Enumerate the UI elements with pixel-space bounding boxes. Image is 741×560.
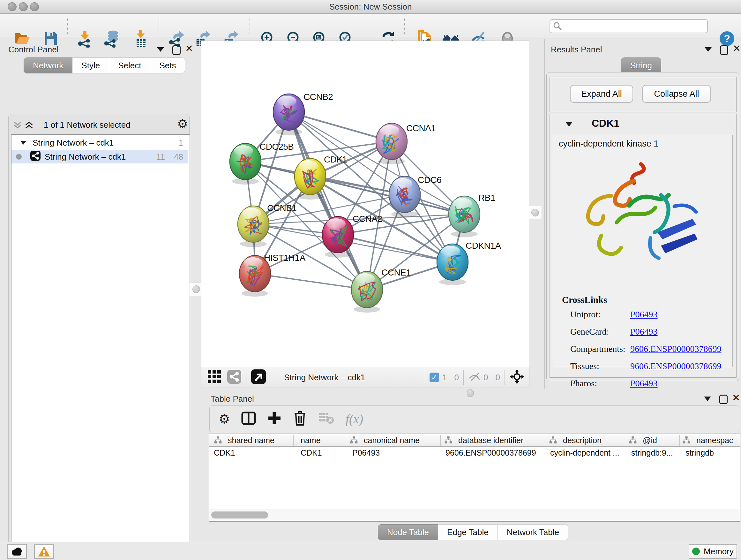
- table-cell[interactable]: CDK1: [300, 448, 322, 459]
- column-header-name[interactable]: name: [300, 434, 321, 446]
- control-panel-title: Control Panel: [8, 45, 59, 55]
- svg-text:CCNB1: CCNB1: [267, 203, 296, 213]
- main-toolbar: ?: [0, 14, 741, 37]
- crosslink-label: Compartments:: [570, 344, 625, 354]
- panel-close-icon[interactable]: ✕: [185, 45, 193, 52]
- svg-text:CCNA2: CCNA2: [353, 214, 382, 224]
- network-view-title: String Network – cdk1: [284, 373, 365, 382]
- tab-string[interactable]: String: [621, 57, 661, 73]
- collapse-all-chevron-icon[interactable]: [13, 121, 22, 131]
- panel-menu-icon[interactable]: [157, 47, 164, 52]
- crosslink-genecard-link[interactable]: P06493: [630, 327, 658, 337]
- gene-collapse-icon[interactable]: [565, 122, 572, 126]
- table-cell[interactable]: stringdb:9...: [631, 448, 673, 459]
- panel-close-icon[interactable]: ✕: [733, 45, 741, 52]
- control-panel-tabs: Network Style Select Sets: [23, 57, 185, 73]
- tab-node-table[interactable]: Node Table: [378, 524, 438, 540]
- network-selection-status: 1 of 1 Network selected: [44, 120, 131, 130]
- table-cell[interactable]: 9606.ENSP00000378699: [446, 448, 536, 459]
- tab-network[interactable]: Network: [23, 57, 72, 73]
- panel-menu-icon[interactable]: [704, 396, 711, 401]
- expand-all-button[interactable]: Expand All: [570, 85, 633, 103]
- gene-section: CDK1 cyclin-dependent kinase 1 Cro: [549, 114, 737, 378]
- collection-count: 1: [179, 138, 183, 148]
- crosslink-label: GeneCard:: [570, 327, 609, 337]
- panel-float-icon[interactable]: [720, 45, 728, 55]
- hidden-eye-slash-icon: [468, 372, 481, 383]
- table-cell[interactable]: CDK1: [214, 448, 235, 459]
- crosslink-uniprot-link[interactable]: P06493: [630, 309, 658, 320]
- memory-label: Memory: [704, 547, 734, 557]
- panel-float-icon[interactable]: [719, 395, 728, 404]
- gene-description: cyclin-dependent kinase 1: [559, 139, 658, 149]
- column-header-description[interactable]: description: [549, 434, 602, 446]
- show-columns-icon[interactable]: [241, 411, 256, 427]
- network-node-count: 11: [156, 152, 165, 162]
- column-header-database-identifier[interactable]: database identifier: [444, 434, 523, 446]
- network-options-gear-icon[interactable]: ⚙: [177, 117, 188, 131]
- search-input-wrapper: [549, 19, 708, 33]
- toolbar-separator: [250, 17, 250, 34]
- toolbar-separator: [246, 370, 246, 385]
- network-collection-row[interactable]: String Network – cdk1 1: [11, 136, 188, 149]
- network-row-selected[interactable]: String Network – cdk1 11 48: [11, 150, 188, 164]
- network-list: String Network – cdk1 1 String Network –…: [11, 134, 190, 560]
- selected-checkbox-icon[interactable]: ✓: [429, 373, 439, 382]
- memory-status-dot-icon: [692, 548, 700, 555]
- right-splitter-handle[interactable]: [529, 206, 542, 219]
- string-app-icon: [30, 150, 41, 164]
- tab-sets[interactable]: Sets: [150, 57, 185, 73]
- delete-column-trash-icon[interactable]: [293, 410, 307, 428]
- crosslink-label: Pharos:: [570, 378, 597, 388]
- table-cell[interactable]: stringdb: [685, 448, 714, 459]
- column-header-namespace[interactable]: namespac: [682, 434, 733, 446]
- network-canvas[interactable]: CCNB2CCNA1CDC25BCDK1CDC6RB1CCNB1CCNA2CDK…: [201, 41, 529, 367]
- grid-view-icon[interactable]: [207, 369, 222, 385]
- panel-close-icon[interactable]: ✕: [732, 394, 740, 401]
- collection-expand-icon[interactable]: [20, 141, 26, 145]
- column-header-id[interactable]: @id: [629, 434, 657, 446]
- table-settings-gear-icon[interactable]: ⚙: [219, 412, 230, 426]
- add-column-icon[interactable]: [267, 411, 282, 427]
- search-input[interactable]: [565, 20, 707, 32]
- table-hscrollbar-track[interactable]: [209, 509, 740, 520]
- cloud-button[interactable]: [7, 544, 27, 559]
- expand-all-chevron-icon[interactable]: [24, 121, 33, 131]
- tab-edge-table[interactable]: Edge Table: [438, 524, 498, 540]
- memory-button[interactable]: Memory: [689, 544, 737, 559]
- tab-select[interactable]: Select: [109, 57, 150, 73]
- svg-text:CCNE1: CCNE1: [381, 267, 411, 277]
- tab-network-table[interactable]: Network Table: [498, 524, 568, 540]
- results-buttons-box: Expand All Collapse All: [549, 77, 737, 112]
- tab-style[interactable]: Style: [72, 57, 109, 73]
- panel-menu-icon[interactable]: [704, 47, 712, 52]
- application-window: Session: New Session: [0, 0, 741, 560]
- crosslink-pharos-link[interactable]: P06493: [630, 378, 658, 388]
- crosslink-tissues-link[interactable]: 9606.ENSP00000378699: [630, 361, 721, 371]
- open-in-window-icon[interactable]: [251, 369, 266, 386]
- network-graph[interactable]: CCNB2CCNA1CDC25BCDK1CDC6RB1CCNB1CCNA2CDK…: [201, 41, 529, 367]
- window-titlebar: Session: New Session: [0, 0, 741, 14]
- column-header-canonical-name[interactable]: canonical name: [350, 434, 420, 446]
- hidden-counts: 0 - 0: [483, 373, 500, 382]
- network-edge-count: 48: [174, 152, 183, 162]
- protein-structure-image: [569, 153, 710, 281]
- table-cell[interactable]: cyclin-dependent ...: [550, 448, 619, 459]
- toolbar-separator: [504, 370, 505, 385]
- collapse-all-button[interactable]: Collapse All: [642, 85, 711, 103]
- toolbar-separator: [404, 17, 405, 34]
- table-panel-title: Table Panel: [211, 394, 254, 404]
- toolbar-separator: [463, 370, 464, 385]
- string-network-gray-icon[interactable]: [227, 369, 242, 385]
- toolbar-separator: [67, 17, 68, 34]
- search-icon: [553, 21, 562, 31]
- svg-text:CCNB2: CCNB2: [304, 92, 333, 102]
- table-hscrollbar-thumb[interactable]: [211, 511, 268, 518]
- birdseye-icon[interactable]: [509, 369, 525, 386]
- warnings-button[interactable]: [34, 544, 54, 559]
- gene-details: cyclin-dependent kinase 1 CrossLinks: [553, 135, 733, 367]
- column-header-shared-name[interactable]: shared name: [214, 434, 274, 446]
- crosslink-compartments-link[interactable]: 9606.ENSP00000378699: [630, 344, 721, 354]
- panel-float-icon[interactable]: [172, 45, 181, 55]
- table-cell[interactable]: P06493: [352, 448, 380, 459]
